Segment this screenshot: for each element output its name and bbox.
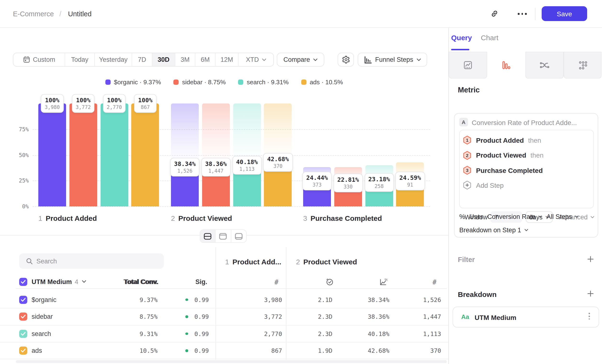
table-header-border	[16, 288, 447, 289]
breakdown-on-dropdown[interactable]: Breakdown on Step 1	[459, 226, 528, 234]
charttype-line-tab[interactable]	[449, 52, 487, 79]
sig-header[interactable]: Sig.	[195, 278, 207, 285]
chart-type-button[interactable]: Funnel Steps	[358, 53, 427, 67]
layout-table-only-button[interactable]	[231, 230, 246, 242]
layout-split-icon	[204, 233, 212, 240]
svg-text:3: 3	[466, 168, 469, 173]
range-xtd[interactable]: XTD	[238, 53, 273, 66]
breakdown-item-card[interactable]: Aa UTM Medium	[452, 307, 599, 328]
funnel-bar[interactable]	[100, 103, 128, 206]
measure-metric-dropdown[interactable]: Conversion Rate	[487, 213, 542, 220]
chevron-down-icon	[82, 280, 86, 283]
range-7d[interactable]: 7D	[132, 53, 152, 66]
row-step2-time: 1.9D	[318, 347, 332, 354]
metric-step-1[interactable]: 1Product Added then	[460, 133, 593, 148]
metric-step-2[interactable]: 2Product Viewed then	[460, 148, 593, 163]
range-6m[interactable]: 6M	[195, 53, 215, 66]
add-step-button[interactable]: Add Step	[460, 178, 593, 192]
table-row-organic[interactable]: $organic9.37%0.993,9802.1D38.34%1,526	[0, 292, 448, 309]
funnel-step-label: 3Purchase Completed	[303, 214, 382, 222]
legend-item-ads[interactable]: ads · 10.5%	[301, 79, 343, 86]
range-label: 6M	[201, 56, 210, 63]
bar-value-card: 100%3,772	[72, 94, 95, 113]
step-name: Product Viewed	[178, 214, 232, 222]
page-title[interactable]: Untitled	[68, 10, 91, 18]
check-icon	[21, 332, 26, 336]
chart-settings-button[interactable]	[338, 53, 354, 67]
row-checkbox[interactable]	[19, 346, 27, 355]
conversion-chart-icon[interactable]: %	[379, 278, 387, 286]
charttype-funnel-tab[interactable]	[487, 52, 525, 79]
range-today[interactable]: Today	[65, 53, 95, 66]
add-step-label: Add Step	[476, 181, 504, 189]
funnel-bar[interactable]	[38, 103, 66, 206]
significance-dot	[185, 315, 188, 318]
save-button[interactable]: Save	[542, 6, 587, 21]
count-icon[interactable]: #	[274, 278, 279, 286]
count-icon[interactable]: #	[432, 278, 437, 286]
bar-count-label: 3,772	[76, 104, 91, 110]
layout-chart-only-button[interactable]	[216, 230, 231, 242]
range-30d[interactable]: 30D	[152, 53, 175, 66]
funnel-steps-card: 1Product Added then2Product Viewed then3…	[459, 130, 594, 208]
chevron-down-icon	[524, 229, 528, 231]
select-all-checkbox[interactable]	[19, 278, 27, 286]
range-yesterday[interactable]: Yesterday	[95, 53, 132, 66]
add-breakdown-button[interactable]	[587, 290, 594, 297]
group-count: 4	[75, 278, 78, 285]
tab-chart[interactable]: Chart	[481, 33, 498, 42]
more-options-icon[interactable]	[518, 13, 527, 15]
bar-count-label: 867	[138, 104, 152, 110]
measure-subject[interactable]: User	[469, 213, 483, 220]
breadcrumb-parent[interactable]: E-Commerce	[13, 10, 54, 18]
y-axis-tick: 25%	[12, 177, 29, 184]
row-checkbox[interactable]	[19, 313, 27, 321]
share-link-icon[interactable]	[490, 10, 499, 18]
kebab-menu-icon[interactable]	[589, 313, 590, 320]
y-axis-tick: 75%	[12, 126, 29, 133]
tab-query[interactable]: Query	[451, 33, 472, 42]
metric-step-3[interactable]: 3Purchase Completed	[460, 163, 593, 178]
funnel-bar[interactable]	[69, 103, 97, 206]
funnel-bar[interactable]	[131, 103, 159, 206]
table-row-ads[interactable]: ads10.5%0.998671.9D42.68%370	[0, 343, 448, 359]
metric-title[interactable]: Conversion Rate of Product Adde...	[472, 119, 577, 127]
row-step1-count: 3,980	[264, 296, 282, 303]
measure-scope-dropdown[interactable]: All Steps	[547, 213, 579, 220]
dot-grid-icon	[578, 60, 587, 70]
group-column-name[interactable]: UTM Medium	[32, 278, 72, 285]
legend-item-search[interactable]: search · 9.31%	[238, 79, 289, 86]
measure-metric-label: Conversion Rate	[487, 213, 536, 220]
check-icon	[21, 315, 26, 319]
legend-label: $organic · 9.37%	[114, 79, 161, 86]
table-row-sidebar[interactable]: sidebar8.75%0.993,7722.3D38.36%1,447	[0, 309, 448, 325]
filter-section-label: Filter	[458, 256, 475, 263]
avg-time-icon[interactable]	[326, 278, 334, 286]
charttype-journey-tab[interactable]	[564, 52, 602, 79]
legend-item-organic[interactable]: $organic · 9.37%	[105, 79, 161, 86]
chart-type-label: Funnel Steps	[375, 56, 413, 63]
layout-split-button[interactable]	[200, 230, 216, 242]
range-custom[interactable]: Custom	[13, 53, 65, 66]
step-name: Product Add...	[233, 258, 281, 266]
charttype-flow-tab[interactable]	[525, 52, 564, 79]
range-3m[interactable]: 3M	[175, 53, 195, 66]
add-filter-button[interactable]	[587, 256, 594, 262]
gridline	[32, 206, 430, 207]
range-12m[interactable]: 12M	[215, 53, 238, 66]
bar-pct-label: 22.81%	[337, 176, 359, 183]
compare-button[interactable]: Compare	[277, 53, 324, 67]
search-input[interactable]	[36, 253, 159, 269]
row-checkbox[interactable]	[19, 296, 27, 304]
total-conv-header[interactable]: Total Conv.	[124, 278, 158, 285]
bar-value-card: 100%3,980	[41, 94, 64, 113]
layout-bottom-icon	[235, 233, 243, 240]
row-checkbox[interactable]	[19, 330, 27, 338]
table-row-search[interactable]: search9.31%0.992,7702.3D40.18%1,113	[0, 325, 448, 343]
gear-icon	[342, 55, 350, 64]
horizontal-scrollbar[interactable]	[16, 360, 447, 363]
legend-item-sidebar[interactable]: sidebar · 8.75%	[173, 79, 226, 86]
compare-label: Compare	[283, 56, 310, 63]
legend-swatch	[301, 79, 306, 85]
metric-section-label: Metric	[458, 86, 480, 94]
